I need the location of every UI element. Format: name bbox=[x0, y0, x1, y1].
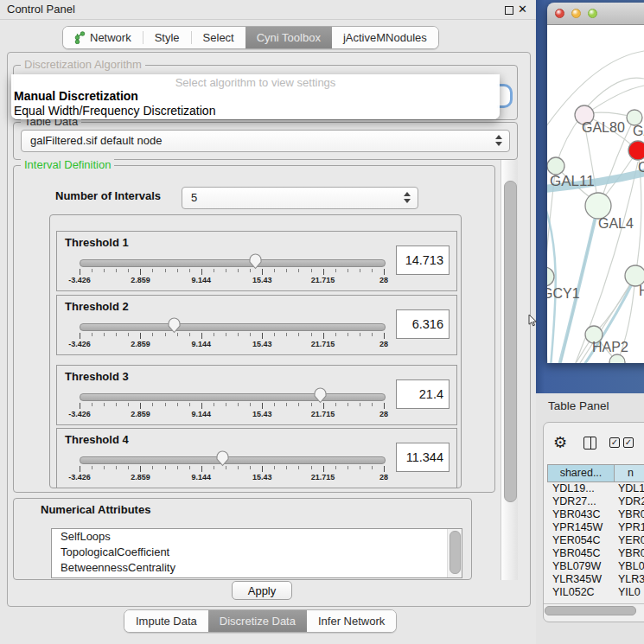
tick-mark bbox=[238, 269, 239, 272]
table-row[interactable]: YER054CYER0 bbox=[547, 534, 644, 547]
threshold-value-field[interactable]: 11.344 bbox=[396, 443, 450, 472]
number-of-intervals-label: Number of Intervals bbox=[55, 189, 161, 202]
checkbox-checked-icon[interactable]: ✓ bbox=[623, 437, 634, 448]
panel-vertical-scrollbar[interactable] bbox=[501, 160, 518, 580]
tab-infer-network[interactable]: Infer Network bbox=[307, 610, 396, 632]
tick-mark bbox=[335, 269, 336, 272]
tick-mark bbox=[372, 269, 373, 272]
tick-label: 9.144 bbox=[192, 473, 212, 481]
table-row[interactable]: YLR345WYLR3 bbox=[547, 573, 644, 586]
slider-thumb[interactable] bbox=[248, 252, 263, 270]
float-window-icon[interactable] bbox=[505, 6, 513, 15]
table-cell: YPR1 bbox=[613, 521, 644, 534]
table-row[interactable]: YDR27...YDR2 bbox=[547, 495, 644, 508]
table-data-combobox-value: galFiltered.sif default node bbox=[30, 134, 162, 147]
tick-mark bbox=[104, 403, 105, 406]
table-horizontal-scrollbar-thumb[interactable] bbox=[545, 606, 636, 615]
table-cell: YPR145W bbox=[547, 521, 613, 534]
zoom-traffic-light[interactable] bbox=[588, 9, 597, 18]
table-row[interactable]: YPR145WYPR1 bbox=[547, 521, 644, 534]
tab-jactivemnodules[interactable]: jActiveMNodules bbox=[332, 27, 438, 48]
checkbox-checked-icon[interactable]: ✓ bbox=[609, 437, 620, 448]
tick-label: 15.43 bbox=[252, 410, 272, 418]
tick-mark bbox=[323, 333, 324, 339]
threshold-value-field[interactable]: 21.4 bbox=[396, 379, 450, 409]
tick-label: -3.426 bbox=[68, 276, 91, 284]
tick-label: 9.144 bbox=[192, 340, 212, 348]
table-row[interactable]: YBL079WYBL0 bbox=[547, 560, 644, 573]
table-row[interactable]: YBR045CYBR0 bbox=[547, 547, 644, 560]
column-header[interactable]: shared... bbox=[548, 465, 615, 481]
tab-style[interactable]: Style bbox=[143, 27, 191, 48]
tick-mark bbox=[214, 269, 214, 272]
network-node-label: C bbox=[638, 160, 644, 175]
column-header[interactable]: n bbox=[615, 465, 644, 481]
list-item[interactable]: SelfLoops bbox=[52, 529, 462, 545]
slider-track[interactable] bbox=[80, 259, 386, 267]
tick-mark bbox=[262, 269, 263, 275]
thresholds-group: Threshold's Coordinates for 5 Intervals … bbox=[49, 214, 462, 488]
slider-thumb[interactable] bbox=[313, 386, 328, 404]
table-cell: YDR2 bbox=[613, 495, 644, 508]
tab-impute-data[interactable]: Impute Data bbox=[124, 610, 208, 632]
slider-thumb[interactable] bbox=[167, 316, 182, 334]
table-row[interactable]: YIL052CYIL0 bbox=[547, 586, 644, 599]
table-data-combobox[interactable]: galFiltered.sif default node bbox=[21, 130, 510, 152]
tick-mark bbox=[250, 269, 251, 272]
table-cell: YDL19... bbox=[547, 482, 613, 495]
algorithm-option-equal-width[interactable]: Equal Width/Frequency Discretization bbox=[14, 104, 215, 118]
table-cell: YBL0 bbox=[613, 560, 644, 573]
table-panel-body: ⚙ ✓ ✓ shared...nYDL19...YDL1YDR27...YDR2… bbox=[536, 420, 644, 644]
network-branch-icon bbox=[74, 31, 86, 44]
tab-cyni-toolbox[interactable]: Cyni Toolbox bbox=[245, 27, 332, 48]
minimize-traffic-light[interactable] bbox=[571, 9, 581, 18]
list-vertical-scrollbar-thumb[interactable] bbox=[450, 531, 461, 574]
screenshot-root: Control Panel ✕ NetworkStyleSelectCyni T… bbox=[0, 0, 644, 644]
apply-button[interactable]: Apply bbox=[232, 581, 292, 600]
slider-thumb[interactable] bbox=[215, 450, 230, 467]
tick-mark bbox=[262, 403, 263, 409]
list-item[interactable]: TopologicalCoefficient bbox=[52, 545, 462, 560]
tick-label: -3.426 bbox=[68, 410, 91, 418]
table-cell: YIL0 bbox=[613, 586, 644, 599]
tick-mark bbox=[80, 403, 80, 409]
table-horizontal-scrollbar[interactable] bbox=[544, 603, 644, 616]
tick-mark bbox=[286, 269, 287, 272]
algorithm-option-manual[interactable]: Manual Discretization bbox=[14, 89, 138, 103]
tick-label: 21.715 bbox=[311, 473, 335, 481]
split-column-icon[interactable] bbox=[583, 437, 596, 450]
list-vertical-scrollbar[interactable] bbox=[447, 529, 462, 577]
tick-mark bbox=[140, 403, 141, 409]
close-traffic-light[interactable] bbox=[555, 9, 564, 18]
cyni-toolbox-panel: Discretization Algorithm Table Data galF… bbox=[7, 52, 531, 607]
table-header-row: shared...n bbox=[547, 464, 644, 482]
settings-gear-icon[interactable]: ⚙ bbox=[553, 433, 567, 452]
slider-track[interactable] bbox=[80, 456, 386, 464]
slider-track[interactable] bbox=[80, 323, 386, 331]
slider-track[interactable] bbox=[80, 393, 386, 401]
tick-mark bbox=[286, 333, 287, 336]
tab-discretize-data[interactable]: Discretize Data bbox=[208, 610, 307, 632]
table-cell: YBL079W bbox=[547, 560, 613, 573]
tick-mark bbox=[201, 269, 202, 275]
tick-mark bbox=[348, 403, 348, 406]
top-tab-bar: NetworkStyleSelectCyni ToolboxjActiveMNo… bbox=[62, 26, 439, 49]
tab-select[interactable]: Select bbox=[192, 27, 245, 48]
table-row[interactable]: YDL19...YDL1 bbox=[547, 482, 644, 495]
tab-network[interactable]: Network bbox=[63, 27, 143, 48]
threshold-value-field[interactable]: 6.316 bbox=[396, 309, 450, 339]
tick-mark bbox=[116, 466, 117, 469]
threshold-label: Threshold 1 bbox=[65, 236, 129, 249]
close-icon[interactable]: ✕ bbox=[518, 3, 527, 16]
tick-mark bbox=[348, 333, 348, 336]
list-item[interactable]: BetweennessCentrality bbox=[52, 560, 462, 576]
threshold-value-field[interactable]: 14.713 bbox=[396, 245, 450, 275]
network-canvas[interactable]: GAL80GAGAL11CGAL4GCY1HHAP2 bbox=[547, 25, 644, 363]
panel-vertical-scrollbar-thumb[interactable] bbox=[504, 181, 517, 502]
numerical-attributes-list[interactable]: SelfLoopsTopologicalCoefficientBetweenne… bbox=[51, 528, 462, 578]
algorithm-dropdown-popup: Select algorithm to view settings Manual… bbox=[11, 74, 500, 119]
table-row[interactable]: YBR043CYBR0 bbox=[547, 508, 644, 521]
number-of-intervals-combobox[interactable]: 5 bbox=[182, 187, 418, 209]
numerical-attributes-label: Numerical Attributes bbox=[41, 503, 150, 516]
network-view-window: GAL80GAGAL11CGAL4GCY1HHAP2 bbox=[547, 3, 644, 363]
